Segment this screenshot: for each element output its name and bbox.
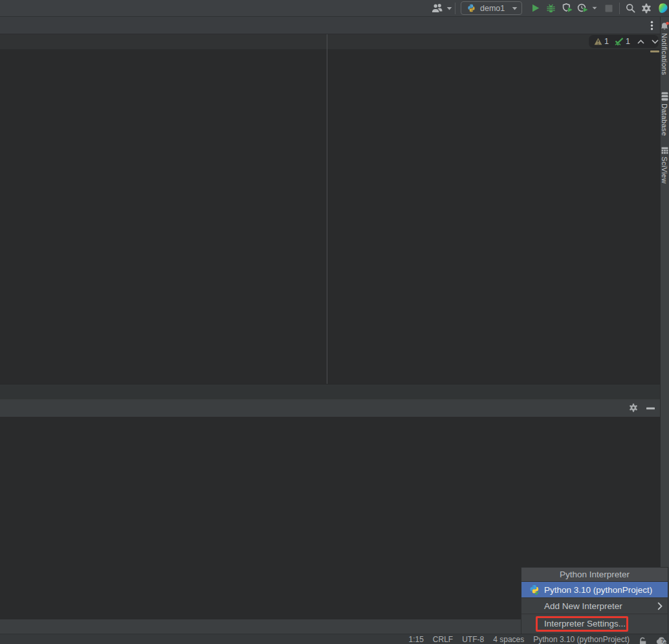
check-zigzag-icon [615,38,624,46]
annotation-highlight-box [536,616,628,632]
run-configuration-selector[interactable]: demo1 [461,1,522,15]
encoding-widget[interactable]: UTF-8 [462,635,484,644]
clock-play-icon [577,3,589,13]
minimize-icon [646,407,655,410]
search-everywhere-button[interactable] [626,0,635,16]
user-icon [431,3,444,14]
warning-triangle-icon [594,38,602,45]
stripe-button-notifications[interactable]: Notifications [660,21,669,75]
pycharm-window: demo1 [0,0,669,644]
chevron-down-icon [592,6,597,10]
shield-play-icon [562,3,574,13]
play-icon [532,4,540,12]
editor-split-divider[interactable] [327,34,327,384]
svg-text:?: ? [661,638,664,644]
stripe-label: Database [661,104,668,136]
interpreter-widget[interactable]: Python 3.10 (pythonProject) [533,635,630,644]
passed-count: 1 [626,37,630,46]
submenu-arrow-icon [657,602,663,610]
menu-item-add-new-interpreter[interactable]: Add New Interpreter [521,598,668,614]
stripe-button-database[interactable]: Database [660,92,669,136]
python-check-icon [529,584,540,595]
indent-widget[interactable]: 4 spaces [493,635,524,644]
kebab-menu-icon [650,21,653,30]
bug-icon [547,4,555,13]
chevron-down-icon [512,6,518,10]
gradient-avatar-icon [658,3,669,14]
debug-button[interactable] [547,0,555,16]
search-icon [626,3,635,13]
scrollbar-warning-mark[interactable] [650,50,659,52]
grid-table-icon [661,147,668,154]
tool-window-options-button[interactable] [629,403,638,412]
stop-button [605,0,613,16]
editor[interactable] [0,49,660,384]
caret-position-widget[interactable]: 1:15 [409,635,424,644]
chevron-down-icon [446,6,452,10]
database-icon [661,92,668,101]
tool-window-header [0,399,660,417]
status-bar: 1:15 CRLF UTF-8 4 spaces Python 3.10 (py… [0,634,669,644]
avatar[interactable] [658,0,669,16]
tool-window-hide-button[interactable] [646,407,655,410]
chevron-down-icon[interactable] [652,39,659,44]
popup-title: Python Interpreter [521,568,668,582]
toolbar-separator [619,3,620,14]
inspections-widget[interactable]: 1 1 [589,35,659,48]
cloud-help-icon[interactable]: ? [656,636,668,644]
menu-item-label: Python 3.10 (pythonProject) [544,585,652,595]
stop-icon [605,5,613,12]
gear-icon [641,3,652,14]
editor-header-strip [0,34,660,49]
bell-icon [661,21,669,31]
toolbar-separator [455,3,455,14]
python-logo-icon [467,4,476,12]
tool-window-tab-bar [0,384,660,399]
run-with-coverage-button[interactable] [562,0,574,16]
profiler-button[interactable] [577,0,597,16]
chevron-up-icon[interactable] [637,39,644,44]
menu-item-python-310[interactable]: Python 3.10 (pythonProject) [521,582,668,598]
gear-icon [629,403,638,412]
run-config-label: demo1 [480,4,512,13]
stripe-label: Notifications [661,33,668,75]
navbar-overflow-button[interactable] [648,20,655,31]
stripe-label: SciView [661,157,668,184]
line-separator-widget[interactable]: CRLF [433,635,453,644]
navigation-bar [0,17,660,34]
warning-count: 1 [604,37,609,46]
run-button[interactable] [532,0,540,16]
menu-item-label: Add New Interpreter [544,601,622,611]
settings-button[interactable] [641,0,652,16]
stripe-button-sciview[interactable]: SciView [660,147,669,184]
unlock-icon[interactable] [639,637,647,644]
code-with-me-button[interactable] [431,0,452,16]
